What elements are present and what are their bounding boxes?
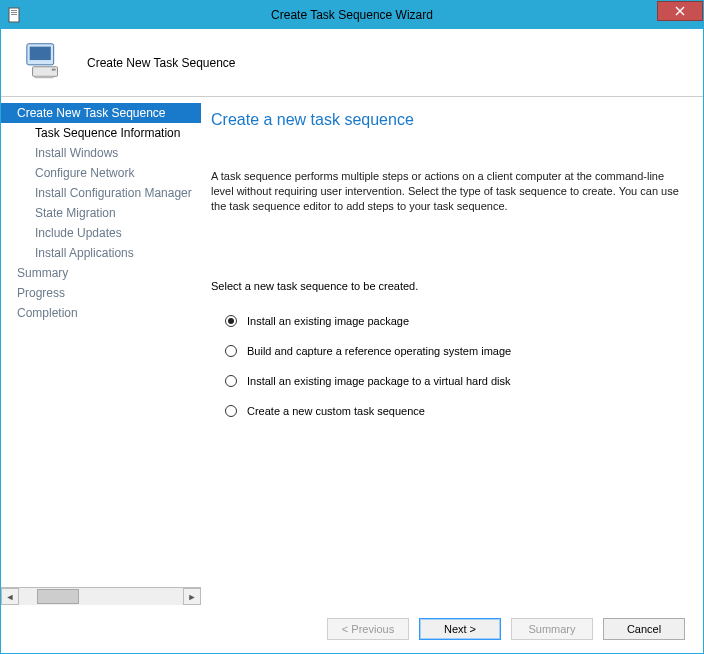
radio-icon[interactable] [225,375,237,387]
page-heading: Create a new task sequence [211,111,681,129]
radio-option[interactable]: Create a new custom task sequence [225,396,681,426]
close-button[interactable] [657,1,703,21]
nav-item[interactable]: Task Sequence Information [1,123,201,143]
radio-icon[interactable] [225,345,237,357]
select-label: Select a new task sequence to be created… [211,280,681,292]
task-type-radio-group: Install an existing image packageBuild a… [211,306,681,426]
app-icon [7,7,23,23]
svg-rect-3 [11,14,17,15]
scroll-left-button[interactable]: ◄ [1,588,19,605]
computer-icon [23,38,69,87]
svg-rect-6 [33,67,58,77]
wizard-header: Create New Task Sequence [1,29,703,97]
radio-option[interactable]: Install an existing image package to a v… [225,366,681,396]
svg-rect-8 [35,76,54,78]
sidebar: Create New Task SequenceTask Sequence In… [1,97,201,605]
radio-option[interactable]: Install an existing image package [225,306,681,336]
cancel-button[interactable]: Cancel [603,618,685,640]
radio-label: Build and capture a reference operating … [247,345,511,357]
scroll-right-button[interactable]: ► [183,588,201,605]
wizard-subtitle: Create New Task Sequence [87,56,236,70]
svg-rect-1 [11,10,17,11]
nav-item[interactable]: Configure Network [1,163,201,183]
previous-button[interactable]: < Previous [327,618,409,640]
nav-item[interactable]: Install Applications [1,243,201,263]
nav-list: Create New Task SequenceTask Sequence In… [1,97,201,587]
nav-item[interactable]: Progress [1,283,201,303]
nav-item[interactable]: State Migration [1,203,201,223]
nav-item[interactable]: Summary [1,263,201,283]
nav-item[interactable]: Completion [1,303,201,323]
main-panel: Create a new task sequence A task sequen… [201,97,703,605]
radio-icon[interactable] [225,315,237,327]
nav-item[interactable]: Include Updates [1,223,201,243]
page-description: A task sequence performs multiple steps … [211,169,681,214]
nav-item[interactable]: Install Configuration Manager [1,183,201,203]
next-button[interactable]: Next > [419,618,501,640]
nav-item[interactable]: Create New Task Sequence [1,103,201,123]
sidebar-scrollbar[interactable]: ◄ ► [1,587,201,605]
radio-icon[interactable] [225,405,237,417]
scroll-track[interactable] [19,588,183,605]
svg-rect-5 [30,47,51,60]
window-title: Create Task Sequence Wizard [1,8,703,22]
wizard-footer: < Previous Next > Summary Cancel [1,605,703,653]
wizard-body: Create New Task SequenceTask Sequence In… [1,97,703,605]
nav-item[interactable]: Install Windows [1,143,201,163]
scroll-thumb[interactable] [37,589,79,604]
svg-rect-7 [52,69,56,71]
titlebar[interactable]: Create Task Sequence Wizard [1,1,703,29]
wizard-window: Create Task Sequence Wizard Create New T… [0,0,704,654]
radio-option[interactable]: Build and capture a reference operating … [225,336,681,366]
radio-label: Install an existing image package to a v… [247,375,511,387]
summary-button[interactable]: Summary [511,618,593,640]
svg-rect-2 [11,12,17,13]
radio-label: Create a new custom task sequence [247,405,425,417]
radio-label: Install an existing image package [247,315,409,327]
